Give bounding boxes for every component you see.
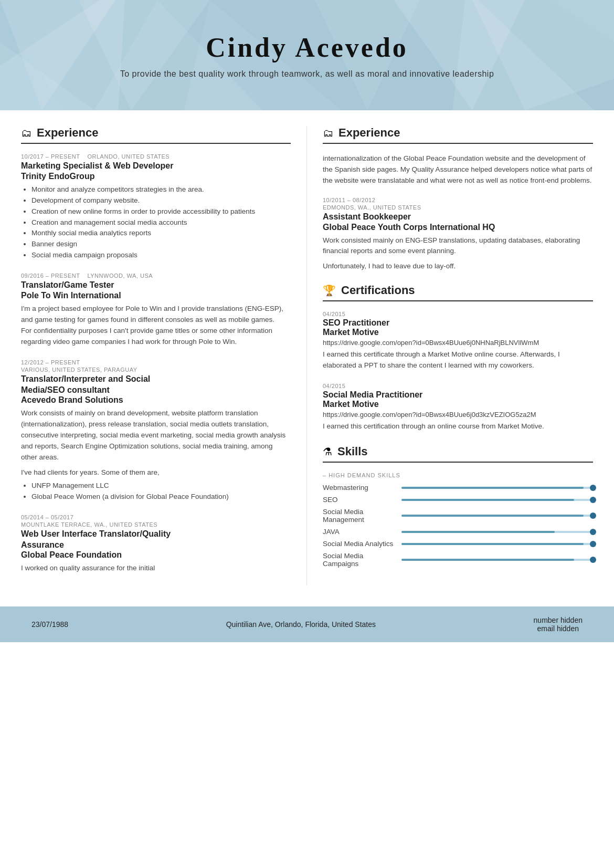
skills-section: ⚗ Skills – HIGH DEMAND SKILLS Webmasteri… xyxy=(323,445,593,568)
list-item: Creation of new online forms in order to… xyxy=(31,206,291,217)
exp-desc-3: Work consists of mainly on brand develop… xyxy=(21,408,291,463)
skill-bar-fill xyxy=(401,487,584,489)
skill-bar-bg xyxy=(401,531,593,533)
experience-item-3: 12/2012 – PRESENT VARIOUS, UNITED STATES… xyxy=(21,359,291,503)
skill-bar-bg xyxy=(401,543,593,545)
right-experience-header: 🗂 Experience xyxy=(323,126,593,144)
cert-org-2: Market Motive xyxy=(323,400,593,409)
exp-title-r2: Assistant Bookkeeper xyxy=(323,212,593,223)
exp-title-1: Marketing Specialist & Web Developer xyxy=(21,161,291,172)
candidate-name: Cindy Acevedo xyxy=(120,32,494,63)
skill-name: Social Media Analytics xyxy=(323,540,396,548)
cert-icon: 🏆 xyxy=(323,284,336,297)
exp-bullets-3: UNFP Management LLC Global Peace Women (… xyxy=(21,480,291,503)
skill-row-java: JAVA xyxy=(323,528,593,536)
cert-link-2: https://drive.google.com/open?id=0Bwsx4B… xyxy=(323,411,593,419)
cert-title-1: SEO Practitioner xyxy=(323,318,593,328)
right-column: 🗂 Experience internationalization of the… xyxy=(307,126,593,585)
exp-meta-3: 12/2012 – PRESENT xyxy=(21,359,291,365)
left-experience-header: 🗂 Experience xyxy=(21,126,291,144)
skill-bar-bg xyxy=(401,487,593,489)
candidate-tagline: To provide the best quality work through… xyxy=(120,69,494,79)
skill-row-social-campaigns: Social Media Campaigns xyxy=(323,552,593,568)
list-item: Monitor and analyze competitors strategi… xyxy=(31,184,291,195)
cert-meta-1: 04/2015 xyxy=(323,311,593,317)
exp-continuation: internationalization of the Global Peace… xyxy=(323,153,593,186)
skill-name: SEO xyxy=(323,496,396,504)
exp-company-2: Pole To Win International xyxy=(21,291,291,300)
exp-location-3: VARIOUS, UNITED STATES, PARAGUAY xyxy=(21,367,291,373)
experience-item-right-2: 10/2011 – 08/2012 EDMONDS, WA., UNITED S… xyxy=(323,197,593,273)
exp-title-2: Translator/Game Tester xyxy=(21,280,291,291)
skill-bar-fill xyxy=(401,559,574,561)
exp-company-4: Global Peace Foundation xyxy=(21,550,291,560)
skill-row-social-media-mgmt: Social MediaManagement xyxy=(323,508,593,524)
list-item: Social media campaign proposals xyxy=(31,250,291,261)
exp-desc-r2: Work consisted mainly on ENG-ESP transla… xyxy=(323,235,593,257)
list-item: Monthly social media analytics reports xyxy=(31,228,291,239)
resume-header: Cindy Acevedo To provide the best qualit… xyxy=(0,0,614,110)
skills-icon: ⚗ xyxy=(323,445,332,458)
skill-bar-fill xyxy=(401,531,555,533)
cert-link-1: https://drive.google.com/open?id=0Bwsx4B… xyxy=(323,339,593,347)
exp-meta-1: 10/2017 – PRESENT ORLANDO, UNITED STATES xyxy=(21,153,291,160)
list-item: Global Peace Women (a division for Globa… xyxy=(31,491,291,503)
exp-note-r2: Unfortunately, I had to leave due to lay… xyxy=(323,261,593,272)
exp-location-r2: EDMONDS, WA., UNITED STATES xyxy=(323,204,593,211)
skills-label: – HIGH DEMAND SKILLS xyxy=(323,472,593,478)
briefcase-icon-right: 🗂 xyxy=(323,127,333,139)
footer-dob: 23/07/1988 xyxy=(31,620,68,629)
exp-company-r2: Global Peace Youth Corps International H… xyxy=(323,223,593,232)
skill-bar-fill xyxy=(401,499,574,501)
skill-dot xyxy=(590,557,596,563)
left-section-title: Experience xyxy=(37,126,98,140)
footer-address: Quintilian Ave, Orlando, Florida, United… xyxy=(226,620,376,629)
cert-org-1: Market Motive xyxy=(323,328,593,337)
header-content: Cindy Acevedo To provide the best qualit… xyxy=(120,32,494,79)
skill-bar-fill xyxy=(401,543,584,545)
exp-meta-2: 09/2016 – PRESENT LYNNWOOD, WA, USA xyxy=(21,273,291,279)
cert-desc-1: I earned this certificate through a Mark… xyxy=(323,349,593,371)
list-item: Banner design xyxy=(31,239,291,250)
resume-footer: 23/07/1988 Quintilian Ave, Orlando, Flor… xyxy=(0,606,614,642)
certifications-title: Certifications xyxy=(341,284,415,297)
cert-meta-2: 04/2015 xyxy=(323,383,593,389)
exp-desc-3b: I've had clients for years. Some of them… xyxy=(21,467,291,478)
briefcase-icon: 🗂 xyxy=(21,127,31,139)
skill-row-webmastering: Webmastering xyxy=(323,484,593,491)
skills-title: Skills xyxy=(337,445,367,458)
main-content: 🗂 Experience 10/2017 – PRESENT ORLANDO, … xyxy=(0,110,614,596)
left-column: 🗂 Experience 10/2017 – PRESENT ORLANDO, … xyxy=(21,126,307,585)
skill-name: Social MediaManagement xyxy=(323,508,396,524)
skill-bar-bg xyxy=(401,559,593,561)
exp-location-4: MOUNTLAKE TERRACE, WA., UNITED STATES xyxy=(21,521,291,528)
cert-desc-2: I earned this certification through an o… xyxy=(323,421,593,432)
exp-desc-2: I'm a project based employee for Pole to… xyxy=(21,304,291,348)
exp-title-4: Web User Interface Translator/QualityAss… xyxy=(21,529,291,551)
footer-phone: number hidden xyxy=(534,616,583,624)
cert-title-2: Social Media Practitioner xyxy=(323,390,593,400)
list-item: Development of company website. xyxy=(31,195,291,206)
skill-bar-bg xyxy=(401,515,593,517)
footer-contact: number hidden email hidden xyxy=(534,616,583,633)
skill-bar-fill xyxy=(401,515,584,517)
cert-item-1: 04/2015 SEO Practitioner Market Motive h… xyxy=(323,311,593,371)
skill-name: Social Media Campaigns xyxy=(323,552,396,568)
skill-name: JAVA xyxy=(323,528,396,536)
certifications-header: 🏆 Certifications xyxy=(323,284,593,301)
experience-item-1: 10/2017 – PRESENT ORLANDO, UNITED STATES… xyxy=(21,153,291,261)
skill-dot xyxy=(590,513,596,519)
skill-dot xyxy=(590,529,596,535)
skill-dot xyxy=(590,541,596,547)
skill-dot xyxy=(590,497,596,503)
cert-item-2: 04/2015 Social Media Practitioner Market… xyxy=(323,383,593,432)
skills-header: ⚗ Skills xyxy=(323,445,593,463)
skill-row-seo: SEO xyxy=(323,496,593,504)
exp-title-3: Translator/Interpreter and SocialMedia/S… xyxy=(21,374,291,396)
experience-item-2: 09/2016 – PRESENT LYNNWOOD, WA, USA Tran… xyxy=(21,273,291,347)
list-item: UNFP Management LLC xyxy=(31,480,291,491)
exp-desc-4: I worked on quality assurance for the in… xyxy=(21,563,291,574)
exp-company-3: Acevedo Brand Solutions xyxy=(21,395,291,405)
skill-name: Webmastering xyxy=(323,484,396,491)
exp-meta-r2: 10/2011 – 08/2012 xyxy=(323,197,593,203)
